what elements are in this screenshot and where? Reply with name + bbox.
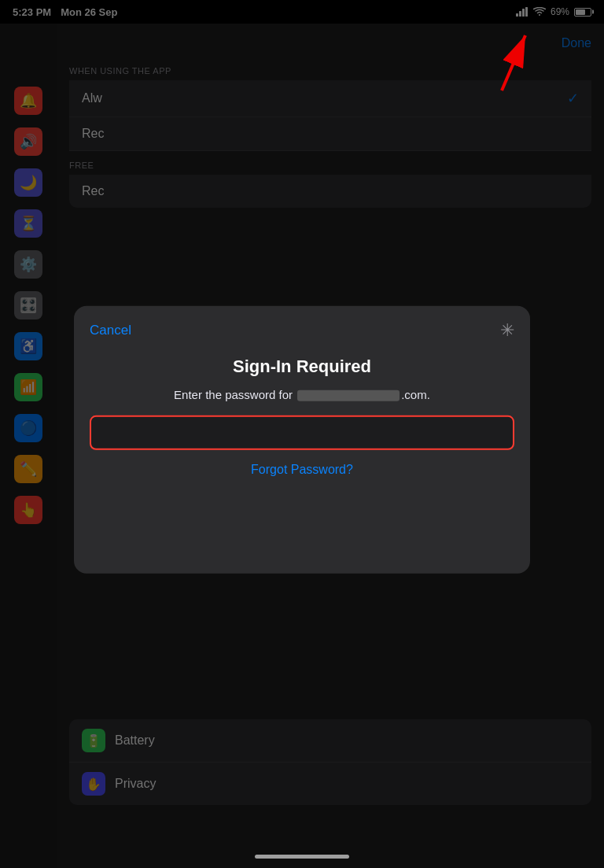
subtitle-domain: .com. bbox=[401, 387, 430, 401]
email-redacted bbox=[297, 390, 400, 401]
spinner-icon: ✳ bbox=[500, 319, 514, 340]
cancel-button[interactable]: Cancel bbox=[90, 322, 131, 338]
sign-in-dialog: Cancel ✳ Sign-In Required Enter the pass… bbox=[74, 305, 530, 573]
password-field-wrapper bbox=[90, 415, 514, 449]
home-indicator bbox=[255, 855, 349, 859]
forgot-password-link[interactable]: Forgot Password? bbox=[74, 462, 530, 476]
subtitle-before: Enter the password for bbox=[174, 387, 296, 401]
password-input[interactable] bbox=[90, 415, 514, 449]
dialog-header: Cancel ✳ bbox=[74, 305, 530, 349]
dialog-subtitle: Enter the password for .com. bbox=[74, 386, 530, 415]
dialog-title: Sign-In Required bbox=[74, 349, 530, 386]
